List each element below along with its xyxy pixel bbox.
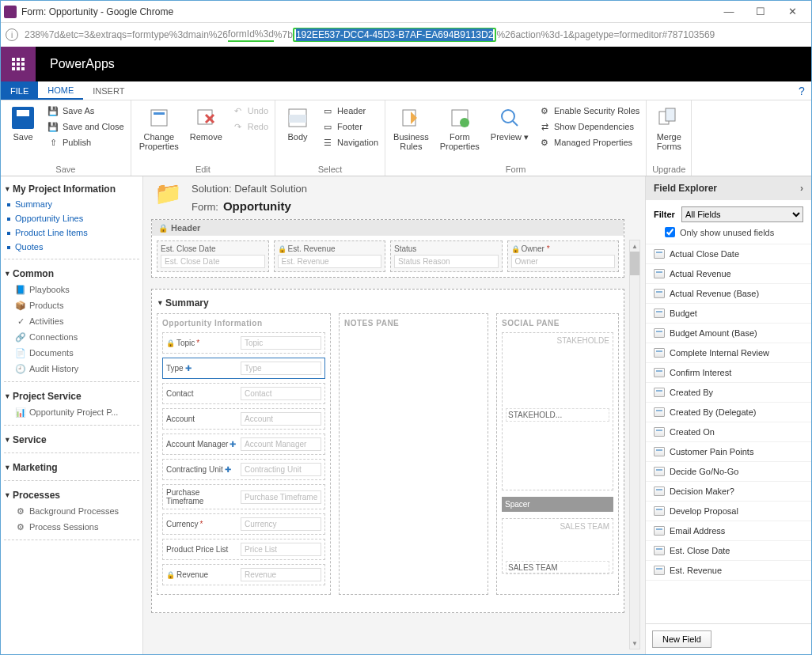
tab-insert[interactable]: INSERT: [83, 81, 134, 100]
tab-home[interactable]: HOME: [38, 81, 83, 100]
nav-item-opportunity-project[interactable]: 📊Opportunity Project P...: [4, 404, 139, 420]
field-list[interactable]: Actual Close DateActual RevenueActual Re…: [646, 244, 811, 623]
summary-header[interactable]: Summary: [152, 290, 624, 313]
form-field[interactable]: ContactContact: [162, 383, 325, 404]
nav-item-summary[interactable]: Summary: [4, 197, 139, 211]
site-info-icon[interactable]: i: [6, 28, 18, 41]
minimize-button[interactable]: —: [713, 2, 745, 22]
nav-item-audit-history[interactable]: 🕘Audit History: [4, 361, 139, 377]
managed-properties-button[interactable]: ⚙Managed Properties: [537, 135, 641, 150]
save-as-button[interactable]: 💾Save As: [45, 104, 126, 118]
field-list-item[interactable]: Created By: [646, 383, 811, 403]
nav-item-documents[interactable]: 📄Documents: [4, 345, 139, 361]
form-field[interactable]: AccountAccount: [162, 408, 325, 430]
stakeholders-box[interactable]: STAKEHOLDE STAKEHOLD...: [502, 332, 613, 490]
field-list-item[interactable]: Complete Internal Review: [646, 343, 811, 363]
enable-security-roles-button[interactable]: ⚙Enable Security Roles: [537, 104, 641, 118]
field-list-item[interactable]: Created By (Delegate): [646, 403, 811, 422]
remove-button[interactable]: Remove: [187, 104, 226, 143]
navigation-button[interactable]: ☰Navigation: [320, 135, 380, 150]
field-list-item[interactable]: Actual Revenue (Base): [646, 284, 811, 304]
scroll-down-arrow[interactable]: ▼: [630, 638, 639, 649]
sales-team-box[interactable]: SALES TEAM SALES TEAM: [502, 518, 613, 574]
form-summary-area[interactable]: Summary Opportunity Information 🔒Topic *…: [151, 289, 624, 613]
close-button[interactable]: ✕: [776, 2, 808, 22]
form-field[interactable]: 🔒RevenueRevenue: [162, 564, 325, 585]
footer-button[interactable]: ▭Footer: [320, 119, 380, 134]
url-bar[interactable]: i 238%7d&etc=3&extraqs=formtype%3dmain%2…: [1, 23, 811, 47]
field-list-item[interactable]: Email Address: [646, 521, 811, 541]
form-field[interactable]: Account Manager ✚Account Manager: [162, 434, 325, 455]
undo-button[interactable]: ↶Undo: [230, 104, 270, 118]
header-field[interactable]: StatusStatus Reason: [390, 240, 503, 272]
nav-item-connections[interactable]: 🔗Connections: [4, 329, 139, 345]
nav-item-background-processes[interactable]: ⚙Background Processes: [4, 503, 139, 519]
filter-select[interactable]: All Fields: [681, 206, 803, 222]
header-field[interactable]: Est. Close DateEst. Close Date: [157, 240, 269, 272]
spacer-row[interactable]: Spacer: [502, 497, 613, 512]
preview-button[interactable]: Preview ▾: [488, 104, 532, 143]
show-dependencies-button[interactable]: ⇄Show Dependencies: [537, 119, 641, 134]
field-list-item[interactable]: Budget: [646, 304, 811, 324]
form-header-area[interactable]: 🔒Header Est. Close DateEst. Close Date🔒E…: [151, 219, 624, 278]
nav-item-quotes[interactable]: Quotes: [4, 240, 139, 254]
field-list-item[interactable]: Customer Pain Points: [646, 442, 811, 462]
publish-button[interactable]: ⇧Publish: [45, 135, 126, 150]
unused-fields-checkbox[interactable]: [665, 227, 675, 237]
body-button[interactable]: Body: [280, 104, 315, 143]
save-button[interactable]: Save: [6, 104, 40, 143]
field-list-item[interactable]: Develop Proposal: [646, 502, 811, 521]
field-list-item[interactable]: Decision Maker?: [646, 482, 811, 502]
nav-item-opportunity-lines[interactable]: Opportunity Lines: [4, 211, 139, 225]
header-button[interactable]: ▭Header: [320, 104, 380, 118]
field-list-item[interactable]: Decide Go/No-Go: [646, 462, 811, 482]
nav-header-common[interactable]: Common: [4, 266, 139, 282]
help-button[interactable]: ?: [792, 81, 811, 100]
scroll-up-arrow[interactable]: ▲: [630, 240, 639, 252]
scroll-thumb[interactable]: [630, 252, 639, 275]
nav-item-process-sessions[interactable]: ⚙Process Sessions: [4, 519, 139, 535]
nav-item-products[interactable]: 📦Products: [4, 297, 139, 313]
col3-title: SOCIAL PANE: [502, 319, 613, 328]
nav-header-project-info[interactable]: My Project Information: [4, 181, 139, 197]
redo-button[interactable]: ↷Redo: [230, 119, 270, 134]
form-field[interactable]: Product Price ListPrice List: [162, 539, 325, 560]
form-field[interactable]: 🔒Topic *Topic: [162, 332, 325, 354]
new-field-button[interactable]: New Field: [652, 630, 711, 648]
column-social-pane[interactable]: SOCIAL PANE STAKEHOLDE STAKEHOLD... Spac…: [496, 313, 619, 595]
field-list-item[interactable]: Est. Revenue: [646, 561, 811, 581]
form-field[interactable]: Type ✚Type: [162, 358, 325, 379]
field-list-item[interactable]: Actual Close Date: [646, 244, 811, 264]
form-field[interactable]: Purchase TimeframePurchase Timeframe: [162, 484, 325, 509]
nav-header-marketing[interactable]: Marketing: [4, 460, 139, 475]
nav-header-processes[interactable]: Processes: [4, 487, 139, 503]
app-launcher-button[interactable]: [1, 47, 36, 81]
form-properties-button[interactable]: Form Properties: [437, 104, 483, 153]
field-list-item[interactable]: Budget Amount (Base): [646, 324, 811, 343]
field-icon: [654, 407, 665, 417]
nav-item-playbooks[interactable]: 📘Playbooks: [4, 282, 139, 297]
save-and-close-button[interactable]: 💾Save and Close: [45, 119, 126, 134]
column-opportunity-info[interactable]: Opportunity Information 🔒Topic *TopicTyp…: [157, 313, 331, 595]
tab-file[interactable]: FILE: [1, 81, 38, 100]
maximize-button[interactable]: ☐: [745, 2, 776, 22]
field-list-item[interactable]: Est. Close Date: [646, 541, 811, 561]
column-notes-pane[interactable]: NOTES PANE: [339, 313, 488, 595]
field-explorer-header[interactable]: Field Explorer›: [646, 176, 811, 200]
nav-header-project-service[interactable]: Project Service: [4, 388, 139, 404]
nav-item-product-line-items[interactable]: Product Line Items: [4, 225, 139, 240]
merge-forms-button[interactable]: Merge Forms: [651, 104, 686, 153]
header-field[interactable]: 🔒Est. RevenueEst. Revenue: [274, 240, 386, 272]
nav-item-activities[interactable]: ✓Activities: [4, 313, 139, 329]
canvas-scrollbar[interactable]: ▲ ▼: [629, 240, 640, 649]
form-field[interactable]: Currency *Currency: [162, 513, 325, 535]
change-properties-button[interactable]: Change Properties: [136, 104, 182, 153]
unused-fields-checkbox-row[interactable]: Only show unused fields: [646, 225, 811, 244]
field-list-item[interactable]: Actual Revenue: [646, 264, 811, 284]
business-rules-button[interactable]: Business Rules: [390, 104, 432, 153]
form-field[interactable]: Contracting Unit ✚Contracting Unit: [162, 459, 325, 480]
field-list-item[interactable]: Confirm Interest: [646, 363, 811, 383]
nav-header-service[interactable]: Service: [4, 432, 139, 448]
field-list-item[interactable]: Created On: [646, 422, 811, 442]
header-field[interactable]: 🔒Owner *Owner: [507, 240, 620, 272]
